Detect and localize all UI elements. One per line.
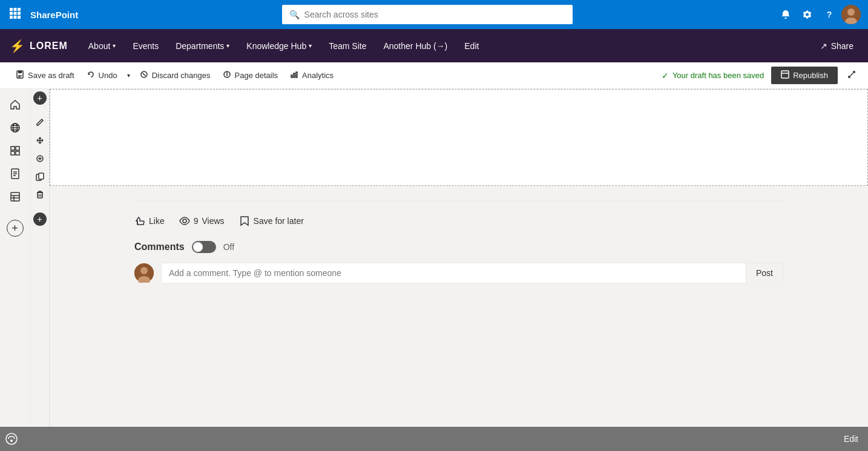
svg-rect-0 xyxy=(10,8,13,11)
search-container: 🔍 xyxy=(85,5,769,24)
content-canvas[interactable] xyxy=(50,89,868,186)
svg-rect-8 xyxy=(18,16,21,19)
sidebar-page-icon[interactable] xyxy=(4,163,26,185)
svg-rect-23 xyxy=(296,72,297,77)
toolbar-right: ✓ Your draft has been saved Republish xyxy=(662,67,858,84)
republish-button[interactable]: Republish xyxy=(771,67,838,84)
site-nav-items: About ▾ Events Departments ▾ Knowledge H… xyxy=(80,29,815,62)
comments-toggle[interactable] xyxy=(192,241,216,253)
page-toolbar: Save as draft Undo ▾ Discard changes Pag… xyxy=(0,62,868,89)
bottom-bar: Edit xyxy=(0,427,868,451)
checkmark-icon: ✓ xyxy=(662,71,669,81)
user-avatar[interactable] xyxy=(841,5,861,24)
search-box: 🔍 xyxy=(282,5,573,24)
svg-point-10 xyxy=(847,8,855,16)
svg-rect-13 xyxy=(18,71,22,73)
analytics-icon xyxy=(290,70,298,81)
nav-another-hub-label: Another Hub (→) xyxy=(383,41,447,51)
save-later-label: Save for later xyxy=(254,216,304,226)
svg-rect-33 xyxy=(11,146,15,150)
duplicate-section-icon[interactable] xyxy=(32,169,48,185)
undo-label: Undo xyxy=(99,71,117,80)
undo-icon xyxy=(87,70,95,81)
knowledge-hub-chevron-icon: ▾ xyxy=(309,42,312,49)
sidebar-home-icon[interactable] xyxy=(4,94,26,116)
svg-point-20 xyxy=(226,73,227,73)
svg-rect-36 xyxy=(16,151,19,155)
share-label: Share xyxy=(831,41,853,51)
draft-saved-status: ✓ Your draft has been saved xyxy=(662,71,764,81)
svg-rect-50 xyxy=(38,193,42,198)
waffle-menu-button[interactable] xyxy=(7,5,23,24)
nav-about-label: About xyxy=(88,41,111,51)
page-details-label: Page details xyxy=(235,71,278,80)
comment-input[interactable] xyxy=(162,263,746,283)
expand-button[interactable] xyxy=(845,68,858,83)
svg-point-54 xyxy=(183,219,186,223)
page-details-button[interactable]: Page details xyxy=(217,62,284,89)
notification-icon[interactable] xyxy=(776,5,795,24)
departments-chevron-icon: ▾ xyxy=(226,42,229,49)
share-icon: ↗ xyxy=(820,41,827,51)
svg-rect-6 xyxy=(10,16,13,19)
add-section-top-button[interactable]: + xyxy=(33,91,47,105)
search-input[interactable] xyxy=(304,10,565,19)
nav-item-edit[interactable]: Edit xyxy=(456,29,487,62)
nav-team-site-label: Team Site xyxy=(329,41,366,51)
settings-icon[interactable] xyxy=(798,5,817,24)
add-section-bottom-button[interactable]: + xyxy=(33,212,47,226)
top-bar-actions: ? xyxy=(776,5,861,24)
comments-section: Comments Off xyxy=(134,241,783,283)
analytics-button[interactable]: Analytics xyxy=(284,62,340,89)
like-label: Like xyxy=(149,216,165,226)
sidebar-table-icon[interactable] xyxy=(4,186,26,208)
save-for-later-button[interactable]: Save for later xyxy=(239,216,304,226)
post-comment-button[interactable]: Post xyxy=(746,263,783,283)
svg-rect-5 xyxy=(18,12,21,15)
svg-point-58 xyxy=(6,433,17,444)
svg-rect-22 xyxy=(294,73,295,77)
nav-item-knowledge-hub[interactable]: Knowledge Hub ▾ xyxy=(238,29,320,62)
svg-line-17 xyxy=(142,73,145,76)
undo-chevron-button[interactable]: ▾ xyxy=(123,62,134,89)
page-details-icon xyxy=(223,70,231,81)
nav-item-about[interactable]: About ▾ xyxy=(80,29,125,62)
nav-events-label: Events xyxy=(133,41,159,51)
svg-rect-4 xyxy=(14,12,17,15)
share-button[interactable]: ↗ Share xyxy=(815,39,858,53)
about-chevron-icon: ▾ xyxy=(113,42,116,49)
views-label: Views xyxy=(202,216,224,226)
nav-item-another-hub[interactable]: Another Hub (→) xyxy=(375,29,456,62)
content-footer: Like 9 Views Save for later xyxy=(50,186,868,298)
help-icon[interactable]: ? xyxy=(820,5,839,24)
nav-edit-label: Edit xyxy=(464,41,479,51)
republish-label: Republish xyxy=(793,71,828,80)
discard-changes-button[interactable]: Discard changes xyxy=(134,62,217,89)
nav-item-events[interactable]: Events xyxy=(124,29,167,62)
left-sidebar: + xyxy=(0,89,30,451)
comments-header: Comments Off xyxy=(134,241,783,253)
sidebar-add-section-icon[interactable]: + xyxy=(7,220,24,237)
nav-item-team-site[interactable]: Team Site xyxy=(320,29,375,62)
nav-item-departments[interactable]: Departments ▾ xyxy=(167,29,238,62)
move-section-icon[interactable] xyxy=(32,133,48,148)
bottom-sharepoint-icon[interactable] xyxy=(5,432,18,449)
comment-input-wrap: Post xyxy=(161,263,783,283)
svg-point-59 xyxy=(10,439,13,442)
site-logo[interactable]: ⚡ LOREM xyxy=(10,39,68,53)
save-as-draft-label: Save as draft xyxy=(28,71,74,80)
add-column-icon[interactable] xyxy=(32,151,48,166)
bottom-edit-label[interactable]: Edit xyxy=(844,434,858,444)
save-as-draft-button[interactable]: Save as draft xyxy=(10,62,81,89)
svg-rect-21 xyxy=(291,75,292,77)
delete-section-icon[interactable] xyxy=(32,187,48,203)
like-button[interactable]: Like xyxy=(134,216,165,226)
edit-section-icon[interactable] xyxy=(32,114,48,130)
undo-button[interactable]: Undo xyxy=(81,62,123,89)
svg-rect-2 xyxy=(18,8,21,11)
nav-departments-label: Departments xyxy=(176,41,224,51)
nav-knowledge-hub-label: Knowledge Hub xyxy=(246,41,306,51)
sidebar-list-icon[interactable] xyxy=(4,140,26,162)
site-name: LOREM xyxy=(30,41,68,51)
sidebar-globe-icon[interactable] xyxy=(4,117,26,139)
